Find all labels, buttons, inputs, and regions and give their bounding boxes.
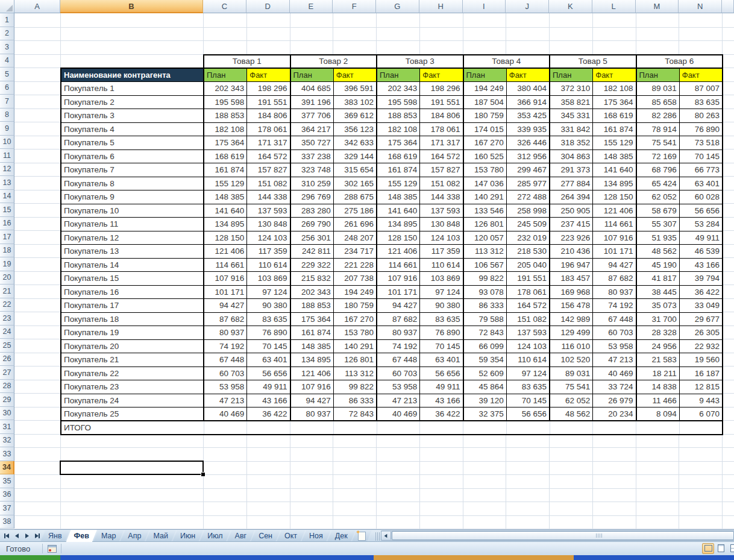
value-cell[interactable]: 151 082 — [420, 177, 463, 190]
customer-name-cell[interactable]: Покупатель 21 — [61, 353, 204, 367]
row-header-2[interactable]: 2 — [0, 27, 14, 41]
value-cell[interactable]: 26 979 — [593, 394, 636, 407]
value-cell[interactable]: 83 635 — [247, 312, 290, 326]
value-cell[interactable]: 70 145 — [420, 339, 463, 353]
value-cell[interactable]: 148 385 — [377, 190, 420, 204]
value-cell[interactable]: 24 956 — [636, 339, 680, 353]
value-cell[interactable]: 134 895 — [290, 353, 334, 367]
fill-handle[interactable] — [201, 472, 205, 476]
product-header-3[interactable]: Товар 3 — [377, 55, 463, 69]
value-cell[interactable]: 264 394 — [550, 190, 593, 204]
row-header-1[interactable]: 1 — [0, 13, 14, 27]
customer-name-cell[interactable]: Покупатель 8 — [61, 177, 204, 190]
value-cell[interactable]: 76 890 — [247, 326, 290, 340]
plan-header-6[interactable]: План — [636, 68, 680, 82]
fact-header-5[interactable]: Факт — [593, 68, 636, 82]
value-cell[interactable]: 11 466 — [636, 394, 680, 407]
row-header-14[interactable]: 14 — [0, 190, 14, 204]
value-cell[interactable]: 65 424 — [636, 177, 680, 190]
row-header-27[interactable]: 27 — [0, 366, 14, 380]
row-header-25[interactable]: 25 — [0, 339, 14, 353]
value-cell[interactable]: 182 108 — [377, 122, 420, 136]
customer-name-cell[interactable]: Покупатель 10 — [61, 204, 204, 218]
row-header-3[interactable]: 3 — [0, 40, 14, 54]
value-cell[interactable]: 157 827 — [420, 163, 463, 177]
value-cell[interactable]: 117 359 — [420, 245, 463, 259]
value-cell[interactable]: 358 821 — [550, 95, 593, 109]
customer-name-cell[interactable]: Покупатель 22 — [61, 367, 204, 380]
value-cell[interactable]: 36 422 — [679, 285, 723, 299]
product-header-1[interactable]: Товар 1 — [204, 55, 290, 69]
value-cell[interactable]: 356 123 — [333, 122, 377, 136]
value-cell[interactable]: 18 211 — [636, 367, 680, 380]
fact-header-3[interactable]: Факт — [420, 68, 463, 82]
value-cell[interactable]: 140 291 — [333, 339, 377, 353]
value-cell[interactable]: 191 551 — [506, 272, 550, 286]
sheet-tab-Окт[interactable]: Окт — [277, 530, 305, 542]
row-header-10[interactable]: 10 — [0, 136, 14, 149]
value-cell[interactable]: 85 658 — [636, 95, 680, 109]
customer-name-cell[interactable]: Покупатель 2 — [61, 95, 204, 109]
value-cell[interactable]: 80 937 — [290, 407, 334, 421]
value-cell[interactable]: 60 703 — [204, 367, 247, 380]
value-cell[interactable]: 101 171 — [377, 285, 420, 299]
value-cell[interactable]: 110 614 — [247, 258, 290, 272]
value-cell[interactable]: 107 916 — [290, 380, 334, 394]
previous-sheet-button[interactable] — [12, 531, 21, 541]
value-cell[interactable]: 33 049 — [679, 299, 723, 313]
row-header-22[interactable]: 22 — [0, 298, 14, 312]
value-cell[interactable]: 86 333 — [333, 394, 377, 407]
value-cell[interactable]: 141 640 — [204, 204, 247, 218]
customer-name-cell[interactable]: Покупатель 23 — [61, 380, 204, 394]
value-cell[interactable]: 87 682 — [377, 312, 420, 326]
value-cell[interactable]: 63 401 — [420, 353, 463, 367]
value-cell[interactable]: 113 312 — [463, 245, 507, 259]
value-cell[interactable]: 404 685 — [290, 82, 334, 96]
value-cell[interactable]: 202 343 — [377, 82, 420, 96]
value-cell[interactable]: 72 843 — [333, 407, 377, 421]
row-header-38[interactable]: 38 — [0, 515, 14, 529]
row-header-18[interactable]: 18 — [0, 244, 14, 258]
value-cell[interactable]: 40 469 — [377, 407, 420, 421]
customer-name-cell[interactable]: Покупатель 18 — [61, 312, 204, 326]
total-cell[interactable] — [420, 421, 463, 435]
value-cell[interactable]: 53 958 — [377, 380, 420, 394]
value-cell[interactable]: 56 656 — [420, 367, 463, 380]
value-cell[interactable]: 47 213 — [593, 353, 636, 367]
total-cell[interactable] — [333, 421, 377, 435]
value-cell[interactable]: 82 286 — [636, 109, 680, 123]
value-cell[interactable]: 116 010 — [550, 339, 593, 353]
value-cell[interactable]: 40 469 — [204, 407, 247, 421]
value-cell[interactable]: 157 827 — [247, 163, 290, 177]
value-cell[interactable]: 178 061 — [506, 285, 550, 299]
column-header-B[interactable]: B — [60, 0, 203, 13]
value-cell[interactable]: 380 404 — [506, 82, 550, 96]
value-cell[interactable]: 97 124 — [247, 285, 290, 299]
value-cell[interactable]: 60 703 — [377, 367, 420, 380]
total-cell[interactable] — [463, 421, 507, 435]
value-cell[interactable]: 337 238 — [290, 149, 334, 163]
insert-worksheet-tab[interactable] — [352, 530, 372, 542]
normal-view-button[interactable] — [702, 543, 714, 554]
value-cell[interactable]: 174 015 — [463, 122, 507, 136]
value-cell[interactable]: 291 373 — [550, 163, 593, 177]
value-cell[interactable]: 178 061 — [420, 122, 463, 136]
value-cell[interactable]: 164 572 — [506, 299, 550, 313]
value-cell[interactable]: 229 322 — [290, 258, 334, 272]
tab-splitter-handle[interactable] — [375, 532, 380, 541]
value-cell[interactable]: 160 525 — [463, 149, 507, 163]
value-cell[interactable]: 8 094 — [636, 407, 680, 421]
row-header-20[interactable]: 20 — [0, 271, 14, 285]
value-cell[interactable]: 198 296 — [420, 82, 463, 96]
sheet-tab-Мар[interactable]: Мар — [93, 530, 124, 542]
value-cell[interactable]: 312 956 — [506, 149, 550, 163]
value-cell[interactable]: 148 385 — [204, 190, 247, 204]
row-header-26[interactable]: 26 — [0, 353, 14, 367]
value-cell[interactable]: 101 171 — [204, 285, 247, 299]
value-cell[interactable]: 283 280 — [290, 204, 334, 218]
row-header-28[interactable]: 28 — [0, 380, 14, 394]
value-cell[interactable]: 129 499 — [550, 326, 593, 340]
value-cell[interactable]: 45 190 — [636, 258, 680, 272]
value-cell[interactable]: 43 166 — [679, 258, 723, 272]
value-cell[interactable]: 383 102 — [333, 95, 377, 109]
